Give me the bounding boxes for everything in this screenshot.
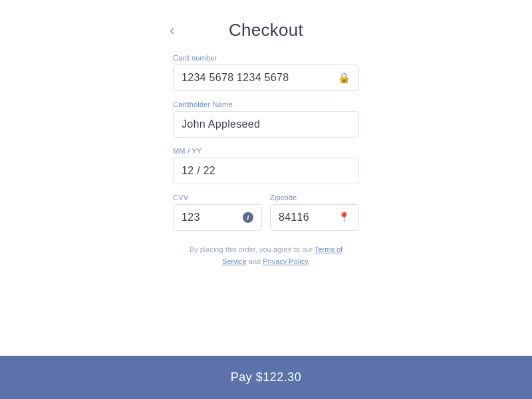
cvv-label: CVV: [173, 194, 262, 201]
page-header: ‹ Checkout: [0, 0, 532, 54]
zipcode-field[interactable]: Zipcode 84116 📍: [270, 194, 359, 231]
checkout-form: Card number 1234 5678 1234 5678 🔒 Cardho…: [173, 54, 359, 267]
cvv-input-wrapper[interactable]: 123 i: [173, 204, 262, 231]
card-number-field[interactable]: Card number 1234 5678 1234 5678 🔒: [173, 54, 359, 91]
pay-button[interactable]: Pay $122.30: [0, 356, 532, 399]
pin-icon: 📍: [338, 211, 350, 223]
page-title: Checkout: [229, 20, 303, 41]
expiry-input-wrapper[interactable]: 12 / 22: [173, 158, 359, 184]
zipcode-label: Zipcode: [270, 194, 359, 201]
card-number-label: Card number: [173, 54, 359, 62]
terms-conjunction: and: [247, 257, 263, 265]
lock-icon: 🔒: [338, 72, 350, 84]
privacy-policy-link[interactable]: Privacy Policy: [263, 257, 308, 265]
cvv-zip-row: CVV 123 i Zipcode 84116 📍: [173, 194, 359, 231]
terms-text: By placing this order, you agree to our …: [173, 244, 359, 267]
terms-prefix: By placing this order, you agree to our: [190, 245, 315, 253]
expiry-label: MM / YY: [173, 147, 359, 155]
expiry-field[interactable]: MM / YY 12 / 22: [173, 147, 359, 184]
cardholder-name-label: Cardholder Name: [173, 100, 359, 108]
terms-suffix: .: [308, 257, 310, 265]
cardholder-name-field[interactable]: Cardholder Name John Appleseed: [173, 100, 359, 138]
cardholder-name-input-wrapper[interactable]: John Appleseed: [173, 111, 359, 138]
expiry-value: 12 / 22: [182, 165, 215, 177]
card-number-input-wrapper[interactable]: 1234 5678 1234 5678 🔒: [173, 65, 359, 91]
back-button[interactable]: ‹: [170, 23, 174, 38]
cvv-value: 123: [182, 211, 200, 223]
info-icon: i: [243, 212, 253, 223]
checkout-page: ‹ Checkout Card number 1234 5678 1234 56…: [0, 0, 532, 399]
cvv-field[interactable]: CVV 123 i: [173, 194, 262, 231]
zipcode-value: 84116: [279, 211, 309, 223]
back-icon: ‹: [170, 22, 174, 39]
cardholder-name-value: John Appleseed: [182, 118, 260, 130]
card-number-value: 1234 5678 1234 5678: [182, 72, 289, 84]
zipcode-input-wrapper[interactable]: 84116 📍: [270, 204, 359, 231]
